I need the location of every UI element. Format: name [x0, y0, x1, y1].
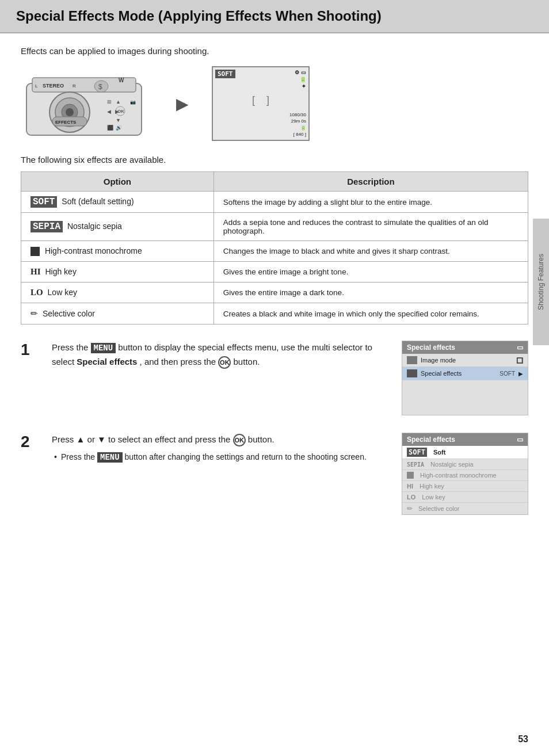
table-row: SEPIA Nostalgic sepia Adds a sepia tone … — [21, 213, 528, 241]
effect-text-soft: Soft (default setting) — [62, 197, 134, 206]
side-tab-label: Shooting Features — [537, 254, 545, 310]
effect-text-selective: Selective color — [43, 309, 95, 318]
step1-text-final: button. — [234, 357, 260, 366]
col-description: Description — [214, 172, 528, 192]
page-number: 53 — [518, 734, 528, 744]
effect-desc-soft: Softens the image by adding a slight blu… — [214, 192, 528, 213]
table-row: High-contrast monochrome Changes the ima… — [21, 241, 528, 262]
step1-text-before: Press the — [52, 342, 88, 352]
effect-desc-mono: Changes the image to black and white and… — [214, 241, 528, 262]
step1-text: Press the MENU button to display the spe… — [52, 341, 388, 369]
step1-screenshot: Special effects ▭ Image mode 🔲 Special e… — [402, 341, 528, 415]
step1-bold-text: Special effects — [77, 357, 137, 366]
step1-text-end: , and then press the — [140, 357, 219, 366]
svg-text:R: R — [73, 83, 76, 89]
effect-text-mono: High-contrast monochrome — [45, 246, 142, 255]
step2-ss-header: Special effects ▭ — [402, 433, 528, 446]
step2-bullet: Press the MENU button after changing the… — [52, 451, 388, 464]
table-row: SOFT Soft (default setting) Softens the … — [21, 192, 528, 213]
step1-number: 1 — [21, 342, 38, 358]
svg-text:📷: 📷 — [130, 99, 136, 105]
step1-ss-row-special-effects: Special effects SOFT ▶ — [402, 367, 528, 380]
table-row: ✏ Selective color Creates a black and wh… — [21, 303, 528, 324]
table-row: LO Low key Gives the entire image a dark… — [21, 282, 528, 303]
effect-desc-sepia: Adds a sepia tone and reduces the contra… — [214, 213, 528, 241]
effect-tag-sepia: SEPIA — [30, 221, 63, 232]
step2-ss-row-lo: LO Low key — [402, 492, 528, 503]
col-option: Option — [21, 172, 214, 192]
step2-text: Press ▲ or ▼ to select an effect and pre… — [52, 433, 388, 464]
page-header: Special Effects Mode (Applying Effects W… — [0, 0, 549, 33]
step2-text-after: to select an effect and press the — [108, 434, 233, 444]
page-title: Special Effects Mode (Applying Effects W… — [16, 8, 533, 24]
step1-ss-header: Special effects ▭ — [402, 341, 528, 354]
effect-desc-lo: Gives the entire image a dark tone. — [214, 282, 528, 303]
step2-ss-row-selective: ✏ Selective color — [402, 503, 528, 514]
step2-up-arrow: ▲ — [77, 434, 85, 444]
effect-text-hi: High key — [45, 267, 76, 276]
effects-available-text: The following six effects are available. — [21, 155, 528, 165]
camera-diagram: L STEREO R W EFFECTS $ ⊞ ▲ ◀ — [21, 66, 153, 141]
step2-ss-row-sepia: SEPIA Nostalgic sepia — [402, 459, 528, 470]
step2-ss-row-mono: High-contrast monochrome — [402, 470, 528, 481]
step2: 2 Press ▲ or ▼ to select an effect and p… — [21, 433, 528, 515]
mono-icon — [407, 472, 414, 479]
svg-text:▼: ▼ — [116, 117, 121, 123]
step2-bullet-text: button after changing the settings and r… — [125, 452, 367, 461]
effect-tag-lo: LO — [30, 288, 43, 297]
table-row: HI High key Gives the entire image a bri… — [21, 262, 528, 282]
effect-tag-soft: SOFT — [30, 196, 57, 208]
step2-ss-row-hi: HI High key — [402, 481, 528, 492]
svg-text:$: $ — [98, 83, 102, 91]
step2-number: 2 — [21, 434, 38, 450]
effects-table: Option Description SOFT Soft (default se… — [21, 171, 528, 324]
svg-text:W: W — [119, 77, 124, 83]
lcd-soft-label: SOFT — [215, 70, 235, 78]
step1-ok-button: OK — [218, 356, 231, 369]
diagram-arrow: ▶ — [176, 94, 189, 113]
effect-desc-hi: Gives the entire image a bright tone. — [214, 262, 528, 282]
side-tab: Shooting Features — [533, 219, 549, 345]
step2-ss-row-soft: SOFT Soft — [402, 446, 528, 459]
step2-text-final: button. — [248, 434, 274, 444]
lcd-icons: ⚙ ▭ 🔋 ✦ — [295, 70, 306, 89]
step1: 1 Press the MENU button to display the s… — [21, 341, 528, 415]
effect-icon-selective: ✏ — [30, 308, 38, 318]
step1-menu-label: MENU — [91, 343, 116, 353]
svg-text:🔊: 🔊 — [116, 124, 123, 131]
special-effects-icon — [407, 369, 417, 377]
svg-text:⊞: ⊞ — [107, 99, 112, 105]
lcd-bottom-info: 1080/30 29m 0s 🔋 [ 840 ] — [215, 112, 306, 138]
step2-bullet-menu: MENU — [97, 452, 123, 463]
svg-text:L: L — [35, 83, 38, 89]
svg-text:◀: ◀ — [107, 109, 111, 114]
image-mode-icon — [407, 356, 417, 364]
effect-icon-mono — [30, 247, 40, 256]
effect-text-sepia: Nostalgic sepia — [67, 222, 122, 231]
effect-desc-selective: Creates a black and white image in which… — [214, 303, 528, 324]
step1-ss-row-empty1 — [402, 380, 528, 392]
step2-down-arrow: ▼ — [97, 434, 106, 444]
step1-ss-row-image-mode: Image mode 🔲 — [402, 354, 528, 367]
main-content: Effects can be applied to images during … — [0, 33, 549, 545]
step2-screenshot: Special effects ▭ SOFT Soft SEPIA Nostal… — [402, 433, 528, 515]
svg-text:EFFECTS: EFFECTS — [55, 120, 77, 125]
step2-text-before: Press — [52, 434, 77, 444]
svg-text:▲: ▲ — [116, 99, 121, 105]
svg-text:STEREO: STEREO — [43, 83, 64, 89]
svg-point-9 — [66, 108, 74, 116]
effect-tag-hi: HI — [30, 267, 41, 276]
lcd-screen: SOFT ⚙ ▭ 🔋 ✦ [ ] 1080/30 29m 0s 🔋 [ 840 … — [212, 66, 310, 141]
step2-or: or — [87, 434, 98, 444]
svg-text:⬛: ⬛ — [107, 124, 114, 131]
step2-ok-button: OK — [233, 434, 246, 446]
lcd-center-brackets: [ ] — [215, 89, 306, 112]
diagram-area: L STEREO R W EFFECTS $ ⊞ ▲ ◀ — [21, 66, 528, 141]
intro-text: Effects can be applied to images during … — [21, 46, 528, 56]
svg-text:▶: ▶ — [115, 109, 119, 114]
effect-text-lo: Low key — [48, 288, 77, 297]
